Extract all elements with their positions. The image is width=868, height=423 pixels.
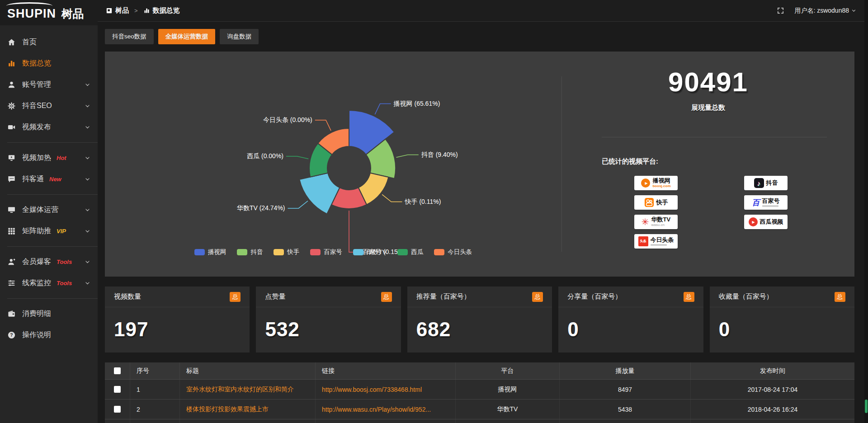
summary-panel: 90491 展现量总数 已统计的视频平台: ▶播视网boosj.com快手✳华数… (562, 52, 854, 277)
fullscreen-icon[interactable] (777, 7, 784, 14)
sidebar-item-operation-guide[interactable]: ?操作说明 (0, 324, 98, 346)
pie-slice-label: 西瓜 (0.00%) (247, 152, 283, 160)
platform-badge-wasu[interactable]: ✳华数TVwasu.cn (634, 215, 678, 229)
legend-label: 快手 (287, 248, 299, 256)
legend-item-6[interactable]: 今日头条 (434, 248, 472, 256)
page-scrollbar[interactable] (864, 0, 868, 423)
stat-card-1: 点赞量总532 (256, 287, 401, 352)
tab-media-operation-data[interactable]: 全媒体运营数据 (158, 29, 216, 44)
legend-item-2[interactable]: 快手 (274, 248, 299, 256)
username-menu[interactable]: 用户名: zswodun88 (794, 7, 856, 15)
platform-badge-name: 快手 (656, 199, 668, 206)
breadcrumb-label: 树品 (115, 6, 129, 15)
sidebar-item-douketong[interactable]: 抖客通New (0, 169, 98, 190)
plays-cell: 5438 (560, 400, 691, 419)
legend-item-3[interactable]: 百家号 (310, 248, 342, 256)
row-checkbox[interactable] (114, 406, 121, 413)
platform-badge-name: 华数TV (651, 216, 671, 223)
sidebar-item-tag: Tools (57, 258, 72, 265)
tab-douyin-seo-data[interactable]: 抖音seo数据 (105, 29, 154, 44)
legend-item-4[interactable]: 华数TV (353, 248, 387, 256)
scrollbar-thumb[interactable] (865, 400, 868, 413)
stat-card-value: 0 (558, 307, 703, 341)
total-badge[interactable]: 总 (230, 292, 241, 302)
baijiahao-logo-icon: 百 (752, 197, 760, 208)
gear-icon (7, 102, 16, 110)
platform-badge-boosj[interactable]: ▶播视网boosj.com (634, 176, 678, 190)
sidebar-item-video-publish[interactable]: 视频发布 (0, 117, 98, 138)
sidebar-item-media-operation[interactable]: 全媒体运营 (0, 199, 98, 221)
platform-badge-kuaishou[interactable]: 快手 (634, 195, 678, 210)
title-link[interactable]: 室外水纹灯和室内水纹灯的区别和简介 (180, 380, 316, 399)
total-badge[interactable]: 总 (835, 292, 845, 302)
sidebar-item-member-burst[interactable]: 会员爆客Tools (0, 251, 98, 273)
boosj-play-icon: ▶ (641, 179, 650, 188)
table-row: 1室外水纹灯和室内水纹灯的区别和简介http://www.boosj.com/7… (105, 380, 854, 400)
legend-label: 播视网 (208, 248, 226, 256)
table-header-cell: 发布时间 (691, 362, 854, 379)
table-row: 2楼体投影灯投影效果震撼上市http://www.wasu.cn/Play/sh… (105, 400, 854, 419)
pie-slice-label: 播视网 (65.61%) (393, 100, 440, 107)
platform-badge-name: 播视网 (652, 178, 670, 184)
table-header-cell: 序号 (130, 362, 180, 379)
rose-pie-chart[interactable]: 播视网 (65.61%)抖音 (9.40%)快手 (0.11%)百家号 (0.1… (105, 52, 561, 277)
platform-badge-baijiahao[interactable]: 百百家号 (744, 195, 788, 210)
sidebar-item-data-overview[interactable]: 数据总览 (0, 53, 98, 74)
sidebar-item-video-heat[interactable]: 视频加热Hot (0, 147, 98, 169)
total-badge[interactable]: 总 (381, 292, 392, 302)
platform-cell: 华数TV (456, 400, 560, 419)
sidebar-menu: 首页数据总览账号管理抖音SEO视频发布视频加热Hot抖客通New全媒体运营矩阵助… (0, 25, 98, 346)
badge-tagline-decoration (762, 205, 778, 207)
platform-badge-xigua[interactable]: ▶西瓜视频 (744, 215, 788, 229)
legend-item-5[interactable]: 西瓜 (397, 248, 423, 256)
time-cell: 2018-04-26 16:24 (691, 400, 854, 419)
sidebar-item-matrix-boost[interactable]: 矩阵助推VIP (0, 221, 98, 242)
brand-logo-text-cn: 树品 (61, 7, 84, 20)
sidebar-item-clue-monitor[interactable]: 线索监控Tools (0, 273, 98, 294)
seq-cell: 2 (130, 400, 180, 419)
legend-item-0[interactable]: 播视网 (194, 248, 226, 256)
sidebar: SHUPIN 树品 首页数据总览账号管理抖音SEO视频发布视频加热Hot抖客通N… (0, 0, 98, 423)
sidebar-divider (7, 298, 98, 299)
douyin-logo-icon: ♪ (754, 178, 764, 188)
platform-badge-toutiao[interactable]: 头条今日头条 (634, 234, 678, 249)
breadcrumb-item-data-overview[interactable]: 数据总览 (143, 6, 180, 15)
select-all-checkbox[interactable] (114, 367, 121, 374)
total-badge[interactable]: 总 (684, 292, 694, 302)
breadcrumb-label: 数据总览 (153, 6, 180, 15)
platforms-label: 已统计的视频平台: (602, 157, 854, 166)
sidebar-item-label: 视频加热 (22, 153, 51, 163)
url-link[interactable]: http://www.wasu.cn/Play/show/id/952... (316, 400, 456, 419)
sidebar-item-account-manage[interactable]: 账号管理 (0, 74, 98, 95)
legend-item-1[interactable]: 抖音 (237, 248, 263, 256)
sidebar-item-consume-detail[interactable]: 消费明细 (0, 303, 98, 324)
legend-swatch (274, 249, 284, 255)
topbar: 树品>数据总览 用户名: zswodun88 (98, 0, 868, 22)
main-content: 抖音seo数据全媒体运营数据询盘数据 播视网 (65.61%)抖音 (9.40%… (98, 22, 868, 423)
sidebar-item-label: 矩阵助推 (22, 226, 51, 236)
legend-label: 抖音 (250, 248, 263, 256)
pie-slice-4[interactable] (299, 173, 340, 214)
total-badge[interactable]: 总 (532, 292, 543, 302)
total-impressions-label: 展现量总数 (562, 103, 854, 112)
brand-logo[interactable]: SHUPIN 树品 (0, 0, 98, 25)
legend-swatch (434, 249, 444, 255)
url-link[interactable]: http://www.boosj.com/7338468.html (316, 380, 456, 399)
breadcrumb-item-shupin[interactable]: 树品 (106, 6, 129, 15)
member-icon (7, 258, 16, 266)
platform-badges-left-col: ▶播视网boosj.com快手✳华数TVwasu.cn头条今日头条 (634, 176, 678, 249)
sidebar-item-label: 会员爆客 (22, 257, 51, 267)
row-checkbox[interactable] (114, 386, 121, 393)
title-link[interactable]: 楼体投影灯投影效果震撼上市 (180, 400, 316, 419)
stat-card-title: 推荐量（百家号） (416, 292, 471, 301)
sidebar-item-douyin-seo[interactable]: 抖音SEO (0, 95, 98, 117)
platform-badge-name: 西瓜视频 (760, 219, 783, 225)
sidebar-item-label: 抖客通 (22, 174, 44, 184)
chevron-down-icon (85, 124, 90, 130)
kuaishou-logo-icon (644, 197, 654, 207)
sidebar-item-home[interactable]: 首页 (0, 32, 98, 53)
camera-icon (7, 123, 16, 132)
tab-inquiry-data[interactable]: 询盘数据 (220, 29, 259, 44)
breadcrumb: 树品>数据总览 (98, 6, 180, 15)
platform-badge-douyin[interactable]: ♪抖音 (744, 176, 788, 190)
